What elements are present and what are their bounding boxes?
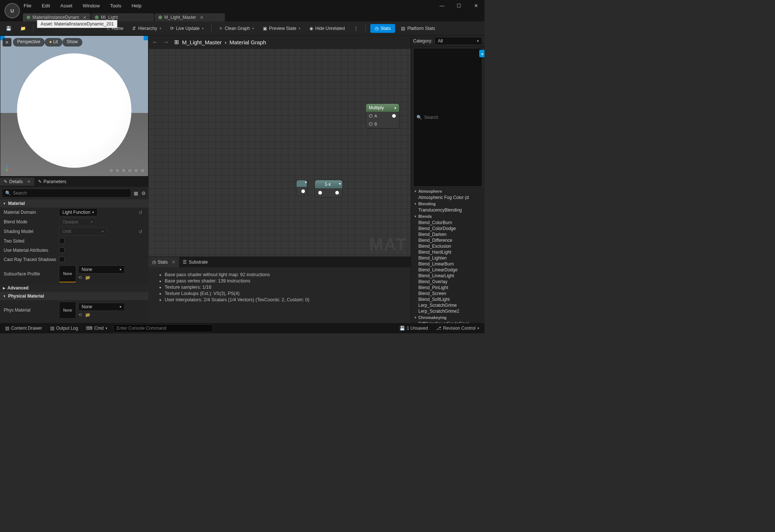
subsurface-combo[interactable]: None▾	[78, 265, 125, 274]
output-log-button[interactable]: ▤Output Log	[48, 325, 80, 332]
palette-item[interactable]: Atmospheric Fog Color (d	[411, 195, 484, 200]
content-drawer-button[interactable]: ▤Content Drawer	[3, 325, 44, 332]
section-material[interactable]: ▼Material	[0, 199, 148, 207]
use-attributes-checkbox[interactable]	[59, 247, 65, 253]
close-tab-icon[interactable]: ✕	[200, 15, 204, 20]
palette-tree[interactable]: ▼AtmosphereAtmospheric Fog Color (d▼Blen…	[411, 188, 484, 323]
graph-canvas[interactable]: ▾ 1-x ▾ Multiply▾ A B M_Light_Master Bas…	[148, 49, 411, 257]
node-multiply[interactable]: Multiply▾ A B	[366, 103, 399, 128]
menu-file[interactable]: File	[24, 3, 31, 8]
palette-group[interactable]: ▼Blending	[411, 200, 484, 207]
browse-icon[interactable]: 📁	[85, 275, 90, 280]
clean-graph-button[interactable]: ✧Clean Graph▾	[216, 24, 257, 32]
reset-button[interactable]: ↺	[136, 210, 145, 215]
viewport-menu-button[interactable]: ≡	[3, 38, 11, 47]
palette-item[interactable]: Lerp_ScratchGrime	[411, 302, 484, 308]
node-oneminus[interactable]: 1-x ▾	[315, 180, 343, 198]
palette-item[interactable]: Blend_Difference	[411, 237, 484, 243]
close-icon[interactable]: ✕	[172, 260, 175, 265]
palette-item[interactable]: Blend_PinLight	[411, 285, 484, 291]
palette-search[interactable]: 🔍 Search	[413, 48, 482, 187]
tab-substrate[interactable]: ☰ Substrate	[179, 257, 211, 267]
close-button[interactable]: ✕	[467, 0, 484, 11]
menubar: File Edit Asset Window Tools Help	[0, 3, 141, 8]
palette-item[interactable]: Blend_Darken	[411, 231, 484, 237]
material-domain-combo[interactable]: Light Function▾	[59, 208, 97, 216]
viewport-viewmode[interactable]: ● Lit	[45, 38, 62, 47]
asset-tab-master[interactable]: M_Light_Master ✕	[155, 13, 225, 21]
minimize-button[interactable]: —	[433, 0, 450, 11]
cast-ray-checkbox[interactable]	[59, 257, 65, 262]
asset-thumbnail[interactable]: None	[59, 302, 76, 319]
viewport-projection[interactable]: Perspective	[13, 38, 45, 47]
menu-help[interactable]: Help	[131, 3, 141, 8]
overflow-button[interactable]: ⋮	[351, 24, 361, 32]
cmd-button[interactable]: ⌨Cmd ▾	[84, 325, 109, 332]
menu-tools[interactable]: Tools	[110, 3, 121, 8]
live-update-button[interactable]: ⟳Live Update▾	[167, 24, 207, 32]
phys-combo[interactable]: None▾	[78, 303, 125, 311]
palette-item[interactable]: Blend_LinearLight	[411, 273, 484, 279]
palette-item[interactable]: Blend_ColorBurn	[411, 220, 484, 226]
palette-group[interactable]: ▼Blends	[411, 213, 484, 220]
menu-window[interactable]: Window	[83, 3, 100, 8]
shape-picker[interactable]	[109, 168, 145, 173]
category-combo[interactable]: All▾	[435, 37, 482, 45]
settings-button[interactable]: ⚙	[141, 190, 147, 196]
hierarchy-button[interactable]: ⇵Hierarchy▾	[129, 24, 164, 32]
preview-state-button[interactable]: ▣Preview State▾	[260, 24, 304, 32]
palette-item[interactable]: Lerp_ScratchGrime2	[411, 308, 484, 314]
save-button[interactable]: 💾	[3, 24, 14, 32]
palette-group[interactable]: ▼Atmosphere	[411, 188, 484, 195]
nav-back[interactable]: ←	[152, 39, 158, 45]
graph-header: ← → ⊞ M_Light_Master › Material Graph	[148, 35, 411, 49]
two-sided-checkbox[interactable]	[59, 238, 65, 244]
stats-button[interactable]: ◷Stats	[370, 24, 395, 33]
close-icon[interactable]: ✕	[27, 179, 31, 184]
palette-item[interactable]: DiffColorKeyerErodeSingl	[411, 321, 484, 323]
search-icon: 🔍	[416, 115, 422, 120]
drag-handle[interactable]	[144, 36, 148, 40]
node-clipped[interactable]: ▾	[296, 180, 307, 196]
palette-item[interactable]: Blend_Exclusion	[411, 243, 484, 249]
unsaved-indicator[interactable]: 💾1 Unsaved	[397, 325, 430, 332]
viewport-show[interactable]: Show	[62, 38, 82, 47]
palette-item[interactable]: Blend_Lighten	[411, 255, 484, 261]
palette-item[interactable]: Blend_ColorDodge	[411, 226, 484, 231]
palette-item[interactable]: Blend_Overlay	[411, 279, 484, 285]
tab-stats[interactable]: ◷ Stats ✕	[148, 257, 179, 267]
maximize-button[interactable]: ☐	[450, 0, 467, 11]
details-search[interactable]: 🔍 Search	[2, 189, 131, 198]
palette-item[interactable]: Blend_LinearBurn	[411, 261, 484, 267]
browse-button[interactable]: 📁	[17, 24, 29, 32]
tab-details[interactable]: ✎ Details ✕	[0, 178, 34, 186]
asset-thumbnail[interactable]: None	[59, 265, 76, 282]
browse-icon[interactable]: 📁	[85, 312, 90, 318]
sidebar-toggle[interactable]: ◂	[479, 50, 484, 57]
hide-unrelated-button[interactable]: ◉Hide Unrelated	[306, 24, 348, 32]
use-selected-icon[interactable]: ⟲	[78, 312, 82, 318]
palette-item[interactable]: Blend_LinearDodge	[411, 267, 484, 273]
revision-control-button[interactable]: ⎇Revision Control ▾	[434, 325, 481, 332]
reset-button[interactable]: ↺	[136, 229, 145, 234]
use-selected-icon[interactable]: ⟲	[78, 275, 82, 280]
console-input[interactable]: Enter Console Command	[113, 324, 213, 332]
palette-group[interactable]: ▼Chromakeying	[411, 314, 484, 321]
close-tab-icon[interactable]: ✕	[83, 15, 87, 20]
tab-parameters[interactable]: ✎ Parameters	[34, 178, 70, 186]
preview-viewport[interactable]: ≡ Perspective ● Lit Show Z Y X	[0, 35, 148, 176]
menu-asset[interactable]: Asset	[60, 3, 72, 8]
breadcrumb-root[interactable]: M_Light_Master	[182, 39, 222, 45]
palette-item[interactable]: Blend_Screen	[411, 291, 484, 296]
section-physical[interactable]: ▼Physical Material	[0, 292, 148, 300]
stats-icon: ◷	[152, 260, 156, 265]
section-advanced[interactable]: ▶Advanced	[0, 284, 148, 292]
platform-stats-button[interactable]: ▤Platform Stats	[398, 24, 438, 32]
filter-button[interactable]: ▦	[133, 190, 139, 196]
palette-item[interactable]: Blend_HardLight	[411, 249, 484, 255]
material-icon	[158, 16, 162, 19]
palette-item[interactable]: Blend_SoftLight	[411, 296, 484, 302]
palette-item[interactable]: TranslucencyBlending	[411, 207, 484, 213]
menu-edit[interactable]: Edit	[42, 3, 50, 8]
nav-forward[interactable]: →	[163, 39, 169, 45]
